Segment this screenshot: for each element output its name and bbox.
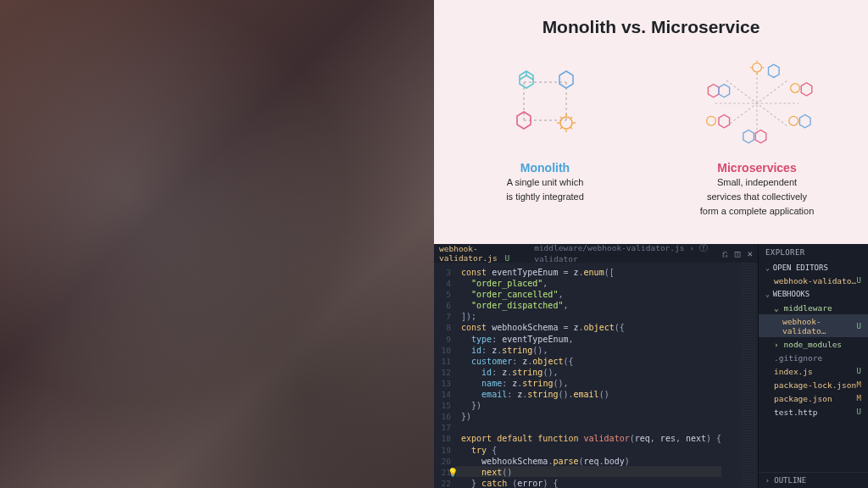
file-tree: ⌄ middlewarewebhook-validato…U› node_mod… bbox=[759, 301, 868, 419]
svg-line-6 bbox=[570, 127, 572, 129]
monolith-desc-2: is tightly integrated bbox=[506, 191, 584, 203]
explorer-panel: EXPLORER ⌄ OPEN EDITORS webhook-validato… bbox=[758, 244, 868, 488]
explorer-title: EXPLORER bbox=[759, 244, 868, 261]
file-name: package-lock.json bbox=[774, 380, 856, 390]
open-editor-filename: webhook-validato… bbox=[774, 276, 856, 286]
microservices-desc-3: form a complete application bbox=[700, 205, 815, 218]
svg-line-8 bbox=[570, 117, 572, 119]
monolith-graphic bbox=[469, 53, 621, 154]
microservices-desc-2: services that collectively bbox=[707, 191, 807, 203]
file-tree-item[interactable]: webhook-validato…U bbox=[759, 314, 868, 337]
tab-action-icons: ⎌ ◫ ✕ bbox=[722, 248, 753, 259]
file-name: webhook-validato… bbox=[782, 317, 857, 336]
file-tree-item[interactable]: package-lock.jsonM bbox=[759, 378, 868, 391]
file-name: test.http bbox=[774, 408, 817, 417]
file-tree-item[interactable]: package.jsonM bbox=[759, 391, 868, 405]
code-editor: webhook-validator.js U middleware/webhoo… bbox=[434, 244, 868, 488]
svg-point-16 bbox=[789, 116, 798, 125]
svg-point-15 bbox=[707, 116, 716, 125]
monolith-desc-1: A single unit which bbox=[507, 176, 584, 189]
chevron-down-icon: ⌄ bbox=[765, 264, 770, 272]
outline-section[interactable]: › OUTLINE bbox=[759, 472, 868, 488]
microservices-label: Microservices bbox=[717, 161, 796, 175]
open-editors-section[interactable]: ⌄ OPEN EDITORS bbox=[759, 261, 868, 274]
workspace-root-label: WEBHOOKS bbox=[773, 290, 810, 298]
minimap[interactable] bbox=[741, 263, 756, 488]
workspace-root-section[interactable]: ⌄ WEBHOOKS bbox=[759, 287, 868, 301]
breadcrumb: middleware/webhook-validator.js › ⓕ vali… bbox=[534, 243, 717, 263]
microservices-desc-1: Small, independent bbox=[717, 176, 797, 189]
file-name: › node_modules bbox=[774, 340, 842, 349]
stock-photo-developer bbox=[0, 0, 434, 488]
open-editor-badge: U bbox=[857, 276, 861, 286]
git-status-badge: U bbox=[857, 322, 861, 330]
microservices-graphic bbox=[681, 53, 833, 154]
split-icon[interactable]: ◫ bbox=[735, 248, 741, 259]
diagram-title: Monolith vs. Microservice bbox=[542, 17, 760, 37]
file-name: index.js bbox=[774, 367, 813, 376]
editor-tab-bar: webhook-validator.js U middleware/webhoo… bbox=[434, 244, 758, 263]
git-status-badge: M bbox=[857, 380, 861, 389]
monolith-column: Monolith A single unit which is tightly … bbox=[460, 53, 630, 218]
git-status-badge: U bbox=[857, 408, 861, 416]
active-tab[interactable]: webhook-validator.js U bbox=[439, 244, 529, 263]
microservices-column: Microservices Small, independent service… bbox=[672, 53, 842, 218]
code-content[interactable]: const eventTypeEnum = z.enum([ "order_pl… bbox=[456, 263, 721, 488]
compare-icon[interactable]: ⎌ bbox=[722, 248, 728, 259]
file-tree-item[interactable]: › node_modules bbox=[759, 337, 868, 351]
file-name: .gitignore bbox=[774, 353, 822, 363]
svg-point-14 bbox=[791, 84, 800, 93]
tab-filename: webhook-validator.js bbox=[439, 244, 498, 263]
chevron-down-icon: ⌄ bbox=[765, 291, 770, 298]
svg-line-5 bbox=[560, 117, 562, 119]
git-status-badge: M bbox=[857, 394, 861, 402]
svg-point-9 bbox=[753, 63, 762, 72]
close-icon[interactable]: ✕ bbox=[747, 248, 753, 259]
monolith-label: Monolith bbox=[520, 161, 570, 175]
file-tree-item[interactable]: .gitignore bbox=[759, 351, 868, 364]
diagram-columns: Monolith A single unit which is tightly … bbox=[442, 53, 860, 218]
code-area[interactable]: 345678910111213141516171819202122232425 … bbox=[434, 263, 758, 488]
open-editors-label: OPEN EDITORS bbox=[773, 263, 828, 272]
git-status-badge: U bbox=[857, 367, 861, 375]
diagram-panel: Monolith vs. Microservice bbox=[434, 0, 868, 244]
file-name: package.json bbox=[774, 394, 832, 403]
outline-label: OUTLINE bbox=[774, 476, 806, 485]
file-tree-item[interactable]: index.jsU bbox=[759, 364, 868, 378]
file-name: ⌄ middleware bbox=[774, 303, 832, 313]
svg-line-7 bbox=[560, 127, 562, 129]
chevron-right-icon: › bbox=[765, 477, 770, 485]
line-number-gutter: 345678910111213141516171819202122232425 bbox=[434, 263, 456, 488]
tab-badge: U bbox=[504, 253, 509, 263]
file-tree-item[interactable]: test.httpU bbox=[759, 405, 868, 419]
file-tree-item[interactable]: ⌄ middleware bbox=[759, 301, 868, 314]
open-editor-item[interactable]: webhook-validato… U bbox=[759, 274, 868, 287]
